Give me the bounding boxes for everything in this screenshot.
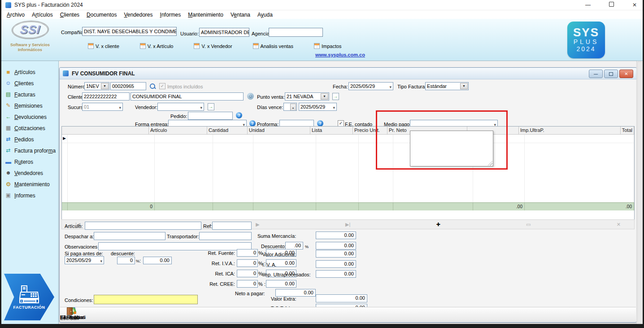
retention-pct-input[interactable]: 0: [237, 259, 258, 267]
medio-pago-dropdown-panel[interactable]: [410, 131, 493, 166]
menu-item[interactable]: Documentos: [83, 11, 120, 18]
nav-last-icon[interactable]: ▶|: [345, 222, 350, 227]
gear-icon: [5, 181, 12, 188]
footer-button[interactable]: Esc:Salir: [60, 307, 79, 321]
add-document-icon[interactable]: [332, 93, 339, 100]
cliente-id-input[interactable]: 222222222222: [82, 92, 130, 101]
menu-item[interactable]: Ventana: [227, 11, 254, 18]
invoice-restore-icon[interactable]: [604, 70, 618, 78]
retention-pct-input[interactable]: 0: [237, 280, 258, 288]
toolbar-button[interactable]: V. x Vendedor: [194, 43, 232, 49]
menu-item[interactable]: Artículos: [28, 11, 57, 18]
toolbar-button[interactable]: Impactos: [314, 43, 342, 49]
grid-column-header[interactable]: Precio Unit.: [353, 127, 387, 135]
sidebar-item[interactable]: Vendedores: [1, 167, 58, 179]
grid-column-header[interactable]: Lista: [310, 127, 353, 135]
close-icon[interactable]: ✕: [629, 2, 640, 8]
user-label: Usuario:: [180, 31, 199, 36]
retention-value-input[interactable]: 0.00: [266, 280, 296, 288]
numero-prefix-combo[interactable]: 1NEV▼: [84, 82, 109, 90]
descuento-pct-input[interactable]: .00: [285, 242, 303, 249]
condiciones-input[interactable]: [94, 295, 198, 304]
menu-item[interactable]: Mantenimiento: [184, 11, 227, 18]
company-field[interactable]: DIST. NAYE DESECHABLES Y CONDIMENTOS: [82, 27, 177, 36]
grid-body[interactable]: ▶: [62, 135, 634, 202]
toolbar-button[interactable]: V. x Artículo: [140, 43, 174, 49]
imptos-label: Imptos incluídos: [167, 84, 203, 89]
grid-column-header[interactable]: Imp.UltraP.: [519, 127, 621, 135]
restore-icon[interactable]: [606, 2, 617, 8]
sidebar-item[interactable]: Clientes: [1, 78, 58, 89]
user-field[interactable]: ADMINISTRADOR DEL: [199, 28, 249, 37]
sidebar-item[interactable]: Facturas: [1, 89, 58, 100]
invoice-close-icon[interactable]: ✕: [619, 70, 633, 78]
descuente-colon: :: [139, 258, 141, 263]
sidebar-item[interactable]: Devoluciones: [1, 111, 58, 122]
menu-item[interactable]: Archivo: [3, 11, 28, 18]
menu-item[interactable]: Clientes: [57, 11, 83, 18]
website-link[interactable]: www.sysplus.com.co: [315, 52, 365, 57]
resize-grip-icon[interactable]: [487, 160, 492, 166]
chevron-down-icon[interactable]: ▼: [321, 93, 328, 100]
ref-input[interactable]: [212, 222, 252, 230]
pedido-input[interactable]: [188, 112, 233, 120]
help-icon[interactable]: [236, 112, 242, 118]
vendedor-combo[interactable]: [157, 103, 204, 111]
sucursal-combo[interactable]: 01: [82, 103, 123, 111]
chevron-down-icon[interactable]: ▼: [101, 83, 109, 89]
imptos-checkbox[interactable]: [159, 83, 165, 89]
invoice-minimize-icon[interactable]: —: [589, 70, 603, 78]
vence-fecha-combo[interactable]: 2025/05/29: [299, 103, 337, 111]
nav-delete-icon[interactable]: ✕: [617, 222, 621, 227]
contact-icon[interactable]: [247, 93, 254, 100]
add-document-icon[interactable]: [208, 103, 214, 110]
grid-column-header[interactable]: Cantidad: [207, 127, 248, 135]
sidebar-item[interactable]: Informes: [1, 190, 58, 201]
vendedor-label: Vendedor:: [135, 105, 157, 110]
descuente-pct-input[interactable]: 0: [117, 257, 135, 264]
sidebar-item[interactable]: Factura proforma: [1, 145, 58, 156]
grid-column-header[interactable]: Total: [621, 127, 634, 135]
sidebar-item[interactable]: Ruteros: [1, 156, 58, 167]
si-paga-fecha-combo[interactable]: 2025/05/29: [65, 256, 104, 264]
nav-next-icon[interactable]: ▶: [256, 222, 259, 227]
agency-field[interactable]: [269, 28, 323, 37]
nav-edit-icon[interactable]: ▭: [526, 222, 531, 227]
toolbar-button[interactable]: V. x cliente: [88, 43, 119, 49]
help-icon[interactable]: [249, 120, 256, 127]
menu-item[interactable]: Informes: [157, 11, 185, 18]
fecha-combo[interactable]: 2025/05/29: [348, 82, 393, 90]
sidebar-item[interactable]: Remisiones: [1, 100, 58, 111]
cliente-name-input[interactable]: CONSUMIDOR FINAL: [131, 92, 244, 101]
nav-insert-icon[interactable]: ✚: [436, 222, 440, 227]
retention-pct-input[interactable]: 0: [237, 270, 258, 277]
chevron-down-icon[interactable]: ▼: [460, 83, 468, 89]
fe-contado-checkbox[interactable]: [338, 120, 344, 127]
sidebar-item[interactable]: Pedidos: [1, 134, 58, 145]
sidebar-item[interactable]: Mantenimiento: [1, 179, 58, 190]
minimize-icon[interactable]: —: [583, 2, 593, 8]
help-icon[interactable]: [317, 120, 323, 127]
grid-column-header[interactable]: Artículo: [149, 127, 207, 135]
search-icon[interactable]: [149, 83, 156, 89]
punto-venta-combo[interactable]: 21 NEVADA▼: [285, 92, 329, 101]
grid-totals-row: 0 .00 .00: [62, 202, 634, 210]
descuente-valor-input[interactable]: 0.00: [143, 257, 172, 264]
total-amount: .00: [525, 203, 634, 210]
sidebar-item[interactable]: Cotizaciones: [1, 122, 58, 134]
dias-vence-spinner[interactable]: ▲▼: [283, 103, 297, 111]
transportador-input[interactable]: [199, 232, 252, 240]
tipo-factura-combo[interactable]: Estándar▼: [425, 82, 469, 90]
invoice-window-titlebar[interactable]: FV CONSUMIDOR FINAL — ✕: [60, 68, 636, 79]
menu-item[interactable]: Vendedores: [120, 11, 156, 18]
menu-item[interactable]: Ayuda: [254, 11, 276, 18]
numero-input[interactable]: 00020965: [110, 82, 146, 90]
sidebar-item[interactable]: Artículos: [1, 66, 58, 78]
vertical-scrollbar[interactable]: [636, 61, 643, 324]
grid-column-header[interactable]: Unidad: [248, 127, 310, 135]
retention-pct-input[interactable]: 0: [237, 249, 258, 257]
despachar-input[interactable]: [94, 232, 165, 240]
toolbar-button[interactable]: Analisis ventas: [253, 43, 293, 49]
articulo-input[interactable]: [85, 222, 201, 230]
grid-column-header[interactable]: [62, 127, 149, 135]
